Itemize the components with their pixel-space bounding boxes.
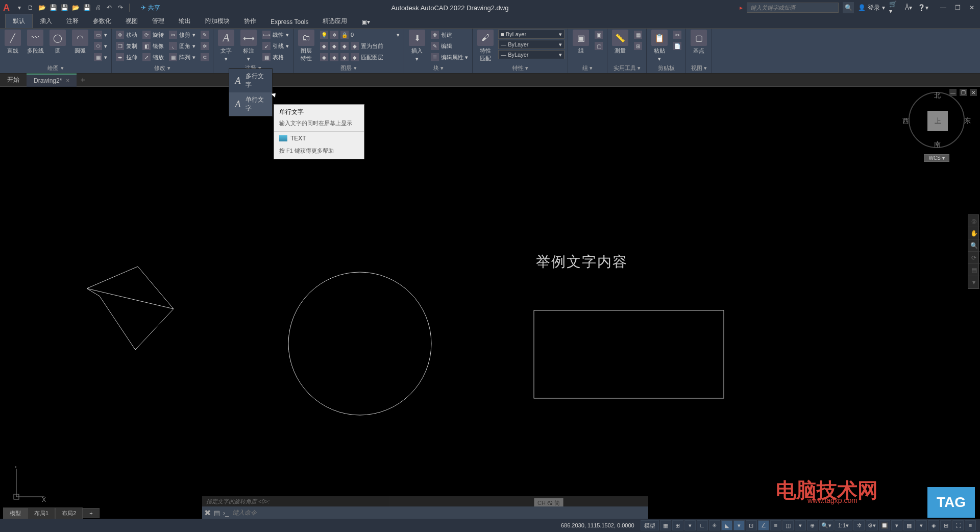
stretch-button[interactable]: ⬌拉伸 [115, 52, 138, 62]
table-button[interactable]: ▦表格 [261, 52, 290, 62]
hardware-toggle[interactable]: ⊞ [940, 520, 951, 530]
cmd-history-icon[interactable]: ▤ [214, 509, 220, 517]
dtext-item[interactable]: A 单行文字 [229, 92, 272, 116]
drawn-polyline[interactable] [82, 250, 194, 352]
nav-orbit-icon[interactable]: ⟳ [968, 252, 979, 264]
share-button[interactable]: ✈ 共享 [141, 4, 160, 12]
new-icon[interactable]: 🗋 [26, 3, 35, 12]
wcs-selector[interactable]: WCS ▾ [924, 154, 949, 162]
nav-toggle-icon[interactable]: ▾ [968, 276, 979, 288]
panel-clipboard-title[interactable]: 剪贴板 [650, 63, 682, 73]
viewcube[interactable]: 北 南 东 西 上 WCS ▾ [909, 92, 965, 168]
group-button[interactable]: ▣组 [571, 30, 591, 55]
copyclip-button[interactable]: 📄 [672, 41, 682, 51]
nav-pan-icon[interactable]: ✋ [968, 227, 979, 239]
panel-draw-title[interactable]: 绘图 ▾ [3, 63, 108, 73]
osnap-toggle[interactable]: ▾ [733, 520, 745, 530]
trim-button[interactable]: ✂修剪 ▾ [168, 30, 197, 40]
isolate-toggle[interactable]: ◈ [928, 520, 939, 530]
drawn-circle[interactable] [286, 270, 434, 418]
command-input[interactable] [232, 509, 646, 516]
measure-button[interactable]: 📏测量 [610, 30, 630, 55]
compass-w[interactable]: 西 [902, 116, 909, 126]
gizmo-toggle[interactable]: ⊕ [807, 520, 818, 530]
nav-zoom-icon[interactable]: 🔍 [968, 239, 979, 252]
draw-extra-2[interactable]: ⬭▾ [93, 41, 108, 51]
tab-annotate[interactable]: 注释 [59, 14, 86, 28]
layout1-tab[interactable]: 布局1 [28, 507, 55, 519]
modify-icon-3[interactable]: ⊆ [200, 52, 210, 62]
drawing-canvas[interactable]: — ❐ ✕ 举例文字内容 YX 北 南 东 西 上 WCS ▾ ◎ ✋ 🔍 ⟳ … [0, 87, 980, 519]
restore-button[interactable]: ❐ [952, 3, 963, 13]
polyline-button[interactable]: 〰多段线 [26, 30, 45, 62]
mtext-item[interactable]: A 多行文字 [229, 69, 272, 92]
save-icon[interactable]: 💾 [48, 3, 58, 12]
layer-combo[interactable]: 💡❄🔒0▾ [319, 30, 401, 40]
nav-wheel-icon[interactable]: ◎ [968, 215, 979, 227]
units-toggle[interactable]: ▾ [891, 520, 902, 530]
tab-launcher-icon[interactable]: ▣▾ [354, 16, 377, 28]
coordinates[interactable]: 686.2030, 1115.1502, 0.0000 [561, 522, 634, 528]
lockui-toggle[interactable]: ▾ [916, 520, 927, 530]
add-tab-button[interactable]: + [77, 74, 89, 86]
search-icon[interactable]: 🔍 [843, 2, 854, 13]
panel-group-title[interactable]: 组 ▾ [571, 63, 604, 73]
close-button[interactable]: ✕ [967, 3, 977, 13]
search-input[interactable]: 键入关键字或短语 [747, 3, 839, 13]
panel-props-title[interactable]: 特性 ▾ [476, 63, 565, 73]
modify-icon-1[interactable]: ✎ [200, 30, 210, 40]
drawn-rectangle[interactable] [533, 309, 727, 401]
tab-view[interactable]: 视图 [118, 14, 145, 28]
snapmode-toggle[interactable]: ⊞ [672, 520, 683, 530]
infer-toggle[interactable]: ▾ [684, 520, 696, 530]
panel-block-title[interactable]: 块 ▾ [407, 63, 469, 73]
insert-button[interactable]: ⬇插入▾ [407, 30, 427, 62]
drawn-text[interactable]: 举例文字内容 [536, 252, 628, 272]
ungroup-button[interactable]: ▢ [594, 41, 604, 51]
compass-n[interactable]: 北 [934, 91, 941, 100]
otrack-toggle[interactable]: ∠ [758, 520, 769, 530]
isodraft-toggle[interactable]: ◣ [721, 520, 732, 530]
mirror-button[interactable]: ◧镜像 [141, 41, 165, 51]
lineweight-combo[interactable]: — ByLayer▾ [498, 40, 565, 49]
selection-toggle[interactable]: ▾ [795, 520, 806, 530]
tab-parametric[interactable]: 参数化 [86, 14, 118, 28]
color-combo[interactable]: ■ ByLayer▾ [498, 30, 565, 39]
app-icon[interactable]: Å▾ [903, 3, 914, 13]
rotate-button[interactable]: ⟳旋转 [141, 30, 165, 40]
annomonitor-toggle[interactable]: 🔲 [879, 520, 890, 530]
drawing-tab[interactable]: Drawing2* × [27, 74, 77, 87]
create-button[interactable]: ✚创建 [430, 30, 469, 40]
minimize-button[interactable]: — [938, 3, 948, 13]
paste-button[interactable]: 📋粘贴▾ [650, 30, 669, 62]
workspace-toggle[interactable]: ⚙▾ [866, 520, 878, 530]
plot-icon[interactable]: 🖨 [93, 3, 103, 12]
tab-output[interactable]: 输出 [172, 14, 198, 28]
panel-modify-title[interactable]: 修改 ▾ [115, 63, 210, 73]
panel-util-title[interactable]: 实用工具 ▾ [610, 63, 643, 73]
transparency-toggle[interactable]: ◫ [782, 520, 794, 530]
viewport-close-button[interactable]: ✕ [970, 89, 977, 96]
viewcube-top-face[interactable]: 上 [927, 111, 948, 131]
attredit-button[interactable]: ≣编辑属性 ▾ [430, 52, 469, 62]
group-extra[interactable]: ▣ [594, 30, 604, 40]
ortho-toggle[interactable]: ∟ [697, 520, 708, 530]
3dosnap-toggle[interactable]: ⊡ [746, 520, 757, 530]
panel-layers-title[interactable]: 图层 ▾ [297, 63, 401, 73]
tab-default[interactable]: 默认 [5, 14, 33, 28]
tab-addins[interactable]: 附加模块 [198, 14, 237, 28]
layer-row2[interactable]: ◆◆◆◆置为当前 [319, 41, 401, 51]
grid-toggle[interactable]: ▦ [660, 520, 671, 530]
compass-s[interactable]: 南 [934, 140, 941, 149]
modelspace-button[interactable]: 模型 [641, 520, 659, 530]
annotation-toggle[interactable]: ✲ [853, 520, 865, 530]
panel-view-title[interactable]: 视图 ▾ [689, 63, 708, 73]
ucs-icon[interactable]: YX [11, 466, 47, 503]
help-icon[interactable]: ❔▾ [918, 3, 928, 13]
lwdisplay-toggle[interactable]: ≡ [770, 520, 781, 530]
text-button[interactable]: A文字▾ [216, 30, 236, 62]
redo-icon[interactable]: ↷ [116, 3, 125, 12]
tab-featured[interactable]: 精选应用 [315, 14, 354, 28]
base-button[interactable]: ▢基点 [689, 30, 708, 55]
saveas-icon[interactable]: 💾 [60, 3, 69, 12]
